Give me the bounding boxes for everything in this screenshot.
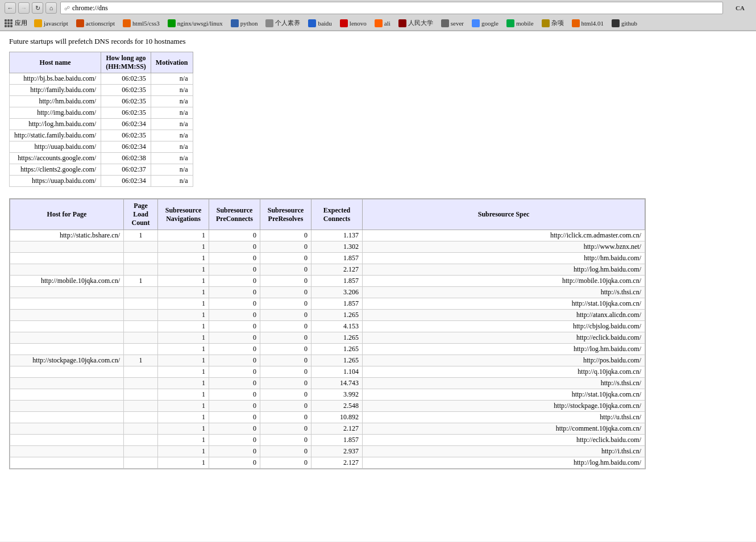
home-button[interactable]: ⌂	[45, 2, 57, 14]
dns-prefetch-table: Host name How long ago(HH:MM:SS) Motivat…	[9, 52, 193, 187]
dns-cell-time: 06:02:37	[101, 164, 151, 176]
bookmark-label: 杂项	[551, 19, 564, 27]
bookmark-favicon	[231, 19, 239, 27]
host-cell-spec: http://s.thsi.cn/	[363, 378, 645, 389]
page-content: Future startups will prefetch DNS record…	[0, 31, 756, 541]
host-cell-preresolve: 0	[260, 298, 311, 310]
host-header-expected: ExpectedConnects	[311, 199, 363, 230]
dns-cell-time: 06:02:35	[101, 73, 151, 85]
host-cell-nav: 1	[158, 230, 209, 241]
host-cell-count-empty	[124, 298, 158, 310]
dns-cell-host: http://log.hm.baidu.com/	[10, 119, 101, 130]
bookmark-sever[interactable]: sever	[438, 18, 467, 28]
bookmark-label: lenovo	[350, 20, 367, 27]
table-row: http://stockpage.10jqka.com.cn/ 1 1 0 0 …	[10, 355, 645, 366]
refresh-button[interactable]: ↻	[32, 2, 43, 14]
host-cell-spec: http://q.10jqka.com.cn/	[363, 366, 645, 378]
host-cell-empty	[10, 412, 124, 423]
bookmark-favicon	[265, 19, 273, 27]
bookmark-renmin[interactable]: 人民大学	[395, 18, 437, 28]
host-cell-preresolve: 0	[260, 423, 311, 435]
bookmark-ali[interactable]: ali	[371, 18, 394, 28]
bookmark-mobile[interactable]: mobile	[503, 18, 537, 28]
host-cell-spec: http://eclick.baidu.com/	[363, 435, 645, 446]
host-cell-preconn: 0	[209, 298, 260, 310]
bookmark-html5css3[interactable]: html5/css3	[119, 18, 163, 28]
host-cell-preresolve: 0	[260, 401, 311, 412]
host-cell-expected: 3.992	[311, 389, 363, 401]
table-row: 1 0 0 2.127 http://log.hm.baidu.com/	[10, 457, 645, 469]
bookmark-python[interactable]: python	[227, 18, 261, 28]
apps-icon	[5, 19, 13, 27]
table-row: 1 0 0 4.153 http://cbjslog.baidu.com/	[10, 321, 645, 332]
bookmark-favicon	[308, 19, 316, 27]
bookmark-favicon	[340, 19, 348, 27]
host-cell-expected: 2.548	[311, 401, 363, 412]
dns-cell-host: http://bj.bs.bae.baidu.com/	[10, 73, 101, 85]
dns-cell-time: 06:02:35	[101, 130, 151, 141]
host-cell-preresolve: 0	[260, 446, 311, 457]
table-row: 1 0 0 1.265 http://atanx.alicdn.com/	[10, 310, 645, 321]
host-cell-spec: http://iclick.cm.admaster.com.cn/	[363, 230, 645, 241]
dns-cell-time: 06:02:34	[101, 141, 151, 153]
bookmark-html401[interactable]: html4.01	[568, 18, 607, 28]
host-cell-nav: 1	[158, 412, 209, 423]
host-cell-preconn: 0	[209, 321, 260, 332]
bookmark-actionscript[interactable]: actionscript	[73, 18, 118, 28]
bookmark-baidu[interactable]: baidu	[305, 18, 335, 28]
host-cell-expected: 14.743	[311, 378, 363, 389]
bookmark-personal[interactable]: 个人素养	[262, 18, 304, 28]
bookmark-github[interactable]: github	[608, 18, 641, 28]
host-cell-spec: http://cbjslog.baidu.com/	[363, 321, 645, 332]
bookmark-favicon	[398, 19, 406, 27]
host-cell-spec: http://log.hm.baidu.com/	[363, 264, 645, 276]
host-cell-empty	[10, 332, 124, 344]
back-button[interactable]: ←	[5, 2, 16, 14]
forward-button[interactable]: →	[18, 2, 30, 14]
host-cell-page: http://stockpage.10jqka.com.cn/	[10, 355, 124, 366]
dns-cell-motivation: n/a	[151, 141, 193, 153]
host-cell-nav: 1	[158, 276, 209, 287]
bookmark-favicon	[506, 19, 514, 27]
table-row: 1 0 0 2.127 http://comment.10jqka.com.cn…	[10, 423, 645, 435]
dns-cell-host: http://uuap.baidu.com/	[10, 141, 101, 153]
host-cell-nav: 1	[158, 298, 209, 310]
bookmark-javascript[interactable]: javascript	[31, 18, 72, 28]
bookmark-misc[interactable]: 杂项	[538, 18, 567, 28]
host-cell-count-empty	[124, 423, 158, 435]
host-cell-preconn: 0	[209, 412, 260, 423]
bookmark-lenovo[interactable]: lenovo	[337, 18, 370, 28]
host-cell-expected: 1.265	[311, 344, 363, 355]
table-row: http://static.family.baidu.com/ 06:02:35…	[10, 130, 193, 141]
host-cell-expected: 2.127	[311, 457, 363, 469]
table-row: http://bj.bs.bae.baidu.com/ 06:02:35 n/a	[10, 73, 193, 85]
host-cell-spec: http://s.thsi.cn/	[363, 287, 645, 298]
host-cell-count-empty	[124, 401, 158, 412]
host-cell-count-empty	[124, 241, 158, 253]
address-bar[interactable]: ☍ chrome://dns	[60, 2, 723, 14]
bookmark-label: html4.01	[581, 20, 604, 27]
host-table-container: Host for Page Page LoadCount Subresource…	[9, 198, 646, 469]
host-cell-expected: 2.937	[311, 446, 363, 457]
page-icon: ☍	[64, 5, 70, 11]
apps-button[interactable]: 应用	[2, 18, 30, 28]
host-for-page-table: Host for Page Page LoadCount Subresource…	[10, 199, 645, 469]
host-cell-empty	[10, 389, 124, 401]
host-cell-empty	[10, 264, 124, 276]
bookmark-label: python	[240, 20, 258, 27]
table-row: 1 0 0 10.892 http://u.thsi.cn/	[10, 412, 645, 423]
host-cell-expected: 2.127	[311, 423, 363, 435]
host-cell-preconn: 0	[209, 435, 260, 446]
host-cell-expected: 1.302	[311, 241, 363, 253]
host-cell-preconn: 0	[209, 401, 260, 412]
table-row: http://family.baidu.com/ 06:02:35 n/a	[10, 85, 193, 96]
host-cell-count-empty	[124, 253, 158, 264]
host-cell-preconn: 0	[209, 230, 260, 241]
bookmark-nginx[interactable]: nginx/uwsgi/linux	[164, 18, 226, 28]
bookmark-google[interactable]: google	[468, 18, 502, 28]
host-cell-nav: 1	[158, 344, 209, 355]
host-cell-expected: 1.265	[311, 355, 363, 366]
host-cell-empty	[10, 366, 124, 378]
table-row: 1 0 0 1.857 http://hm.baidu.com/	[10, 253, 645, 264]
dns-cell-time: 06:02:34	[101, 176, 151, 187]
